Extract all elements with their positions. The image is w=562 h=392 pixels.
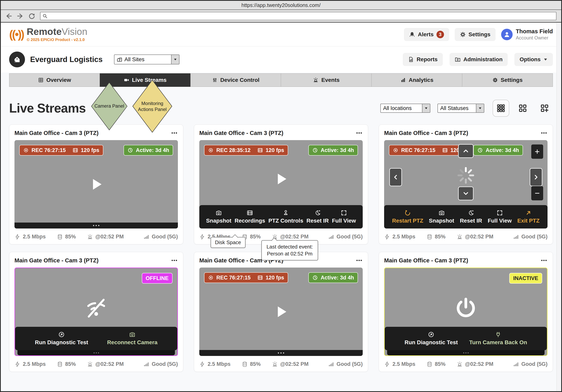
page-url: https://app.twenty20solutions.com/ — [242, 2, 321, 8]
video-options-handle[interactable] — [17, 350, 175, 355]
svg-text:Camera Panel: Camera Panel — [94, 103, 124, 109]
film-icon — [258, 275, 263, 280]
video-stream: REC 28:35:12 120 fps Active: 3d 4h Snaps… — [199, 140, 363, 228]
alerts-button[interactable]: Alerts 3 — [404, 28, 449, 41]
clock-icon — [128, 147, 133, 153]
card-menu-button[interactable] — [356, 257, 363, 264]
camera-icon — [216, 210, 222, 216]
content-area: Live Streams Camera Panel Monitoring Act… — [1, 87, 561, 391]
zoom-in-button[interactable] — [531, 145, 543, 159]
folder-gear-icon — [455, 56, 461, 62]
loading-spinner-icon — [456, 166, 476, 185]
card-menu-button[interactable] — [540, 257, 548, 264]
card-menu-button[interactable] — [356, 129, 363, 136]
reset-ir-button[interactable]: Reset IR — [307, 210, 329, 224]
recording-badge: REC 28:35:12 120 fps — [204, 145, 288, 156]
ptz-controls-button[interactable]: PTZ Controls — [268, 210, 303, 224]
snapshot-button[interactable]: Snapshot — [429, 210, 454, 224]
settings-button[interactable]: Settings — [455, 28, 496, 41]
exit-ptz-button[interactable]: Exit PTZ — [517, 210, 539, 224]
recordings-button[interactable]: Recordings — [234, 210, 265, 224]
full-view-button[interactable]: Full View — [332, 210, 356, 224]
film-icon — [73, 147, 78, 153]
exit-arrow-icon — [525, 210, 532, 216]
clock-icon — [312, 275, 318, 280]
video-stream: REC 76:27:15 120 fps Active: 3d 4h — [199, 268, 363, 356]
restart-ptz-button[interactable]: Restart PTZ — [392, 210, 423, 224]
run-diagnostic-button[interactable]: Run Diagnostic Test — [35, 331, 88, 346]
grid-3x3-icon — [496, 104, 505, 113]
card-menu-button[interactable] — [171, 257, 178, 264]
grid-2x2-icon — [518, 104, 527, 113]
chevron-down-icon — [462, 190, 469, 197]
monitoring-actions-panel-annotation: Monitoring Actions Panel — [132, 79, 173, 134]
back-icon[interactable] — [6, 13, 12, 19]
caret-down-icon — [543, 57, 548, 62]
uptime-badge: Active: 3d 4h — [473, 145, 523, 156]
camera-card: Main Gate Office - Cam 3 (PTZ) REC 76:27… — [9, 124, 183, 244]
address-input[interactable] — [49, 13, 554, 19]
zoom-out-button[interactable] — [531, 186, 543, 200]
logo-tagline: © 2025 EPICiO Product - v2.1.0 — [27, 37, 87, 42]
play-icon — [88, 176, 105, 193]
view-grid-2x2-button[interactable] — [515, 100, 531, 117]
play-button[interactable] — [272, 303, 290, 320]
reset-ir-button[interactable]: Reset IR — [460, 210, 482, 224]
camera-icon — [129, 331, 135, 338]
address-bar[interactable] — [40, 12, 556, 20]
bar-chart-icon — [400, 77, 406, 83]
location-filter[interactable]: All locations — [380, 104, 430, 113]
tab-settings[interactable]: Settings — [462, 73, 553, 87]
play-button[interactable] — [272, 170, 290, 188]
snapshot-button[interactable]: Snapshot — [206, 210, 231, 224]
tab-device-control[interactable]: Device Control — [190, 73, 281, 87]
ptz-left-button[interactable] — [389, 168, 402, 186]
tab-overview[interactable]: Overview — [9, 73, 100, 87]
plug-icon — [495, 331, 501, 338]
refresh-icon[interactable] — [29, 13, 35, 19]
camera-stats: 2.5 Mbps 85% @02:52 PM Good (5G) — [384, 234, 548, 240]
card-menu-button[interactable] — [540, 129, 548, 136]
company-name: Everguard Logistics — [30, 55, 103, 64]
bolt-icon — [199, 234, 205, 240]
rec-dot-icon — [23, 147, 29, 153]
reconnect-camera-button[interactable]: Reconnect Camera — [107, 331, 157, 346]
forward-icon[interactable] — [17, 13, 23, 19]
video-stream-inactive: INACTIVE Run Diagnostic Test Turn Camera… — [384, 268, 548, 356]
tab-events[interactable]: Events — [281, 73, 372, 87]
administration-label: Administration — [463, 56, 503, 63]
fullscreen-icon — [497, 210, 503, 216]
camera-panel-annotation: Camera Panel — [91, 82, 128, 131]
power-icon — [454, 296, 478, 320]
administration-button[interactable]: Administration — [450, 53, 508, 66]
ptz-up-button[interactable] — [458, 144, 474, 158]
reports-button[interactable]: Reports — [403, 53, 443, 66]
dropdown-arrow-icon — [422, 104, 430, 112]
user-menu[interactable]: Thomas Field Account Owner — [501, 28, 553, 41]
page-title: Live Streams — [9, 101, 86, 115]
disk-icon — [427, 234, 433, 240]
view-grid-3x3-button[interactable] — [492, 100, 509, 117]
video-stream-offline: OFFLINE Run Diagnostic Test Reconnect Ca… — [14, 268, 178, 356]
run-diagnostic-button[interactable]: Run Diagnostic Test — [405, 331, 458, 346]
ellipsis-icon — [171, 257, 178, 264]
event-bell-icon — [457, 234, 463, 240]
scrollbar[interactable] — [556, 22, 561, 391]
view-grid-add-button[interactable] — [536, 100, 553, 117]
video-options-handle[interactable] — [199, 350, 363, 356]
video-options-handle[interactable] — [14, 223, 178, 228]
rec-dot-icon — [208, 275, 214, 280]
video-options-handle[interactable] — [387, 350, 545, 355]
svg-text:Actions Panel: Actions Panel — [138, 107, 167, 112]
tab-analytics[interactable]: Analytics — [371, 73, 462, 87]
options-button[interactable]: Options — [515, 53, 553, 66]
play-button[interactable] — [88, 176, 105, 193]
ptz-down-button[interactable] — [458, 187, 474, 200]
app-header: ((•)) RemoteVision © 2025 EPICiO Product… — [1, 22, 561, 46]
ptz-right-button[interactable] — [530, 168, 542, 186]
full-view-button[interactable]: Full View — [488, 210, 512, 224]
status-filter[interactable]: All Statuses — [437, 104, 484, 113]
site-selector[interactable]: All Sites — [114, 55, 179, 64]
turn-camera-on-button[interactable]: Turn Camera Back On — [469, 331, 527, 346]
options-label: Options — [520, 56, 541, 63]
